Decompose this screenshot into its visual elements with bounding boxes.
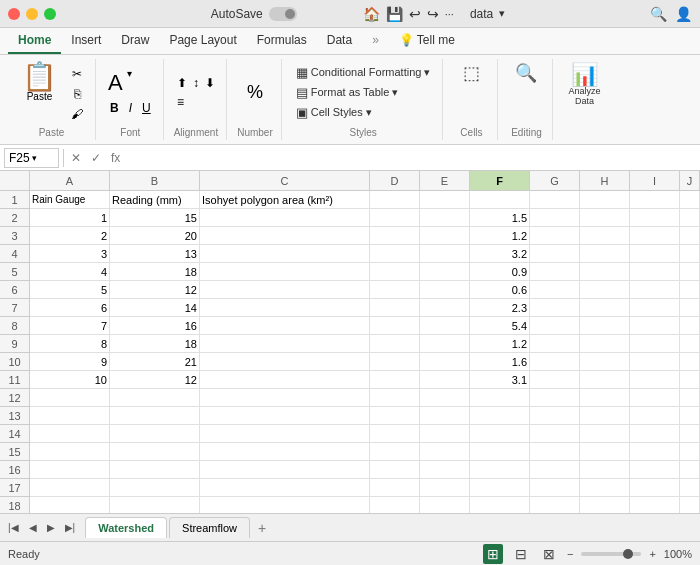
cell-E13[interactable] <box>420 407 470 425</box>
cancel-formula-button[interactable]: ✕ <box>68 151 84 165</box>
tab-draw[interactable]: Draw <box>111 28 159 54</box>
cell-J16[interactable] <box>680 461 700 479</box>
cell-D9[interactable] <box>370 335 420 353</box>
cell-H16[interactable] <box>580 461 630 479</box>
row-header-11[interactable]: 11 <box>0 371 30 389</box>
cell-F10[interactable]: 1.6 <box>470 353 530 371</box>
cell-B16[interactable] <box>110 461 200 479</box>
cell-I3[interactable] <box>630 227 680 245</box>
cell-A9[interactable]: 8 <box>30 335 110 353</box>
cell-B13[interactable] <box>110 407 200 425</box>
row-header-13[interactable]: 13 <box>0 407 30 425</box>
cell-D14[interactable] <box>370 425 420 443</box>
cell-F13[interactable] <box>470 407 530 425</box>
row-header-1[interactable]: 1 <box>0 191 30 209</box>
zoom-in-button[interactable]: + <box>649 548 655 560</box>
maximize-button[interactable] <box>44 8 56 20</box>
cell-D6[interactable] <box>370 281 420 299</box>
cell-I9[interactable] <box>630 335 680 353</box>
row-header-6[interactable]: 6 <box>0 281 30 299</box>
add-sheet-button[interactable]: + <box>252 518 272 538</box>
row-header-5[interactable]: 5 <box>0 263 30 281</box>
col-header-D[interactable]: D <box>370 171 420 191</box>
cell-J18[interactable] <box>680 497 700 513</box>
cell-reference-box[interactable]: F25 ▾ <box>4 148 59 168</box>
cell-G15[interactable] <box>530 443 580 461</box>
cell-F9[interactable]: 1.2 <box>470 335 530 353</box>
cell-D17[interactable] <box>370 479 420 497</box>
cell-E6[interactable] <box>420 281 470 299</box>
row-header-10[interactable]: 10 <box>0 353 30 371</box>
cell-C5[interactable] <box>200 263 370 281</box>
cell-G9[interactable] <box>530 335 580 353</box>
cell-A11[interactable]: 10 <box>30 371 110 389</box>
row-header-7[interactable]: 7 <box>0 299 30 317</box>
sheet-nav-first[interactable]: |◀ <box>4 520 23 535</box>
col-header-F[interactable]: F <box>470 171 530 191</box>
cell-A12[interactable] <box>30 389 110 407</box>
cell-A2[interactable]: 1 <box>30 209 110 227</box>
cell-H12[interactable] <box>580 389 630 407</box>
toolbar-icon-redo[interactable]: ↪ <box>427 6 439 22</box>
cell-F12[interactable] <box>470 389 530 407</box>
bold-button[interactable]: B <box>106 99 123 117</box>
cell-J12[interactable] <box>680 389 700 407</box>
cell-E5[interactable] <box>420 263 470 281</box>
cell-F3[interactable]: 1.2 <box>470 227 530 245</box>
row-header-3[interactable]: 3 <box>0 227 30 245</box>
sheet-tab-watershed[interactable]: Watershed <box>85 517 167 538</box>
copy-button[interactable]: ⎘ <box>67 85 87 103</box>
tab-data[interactable]: Data <box>317 28 362 54</box>
cell-H8[interactable] <box>580 317 630 335</box>
cell-E15[interactable] <box>420 443 470 461</box>
cell-G13[interactable] <box>530 407 580 425</box>
cell-I10[interactable] <box>630 353 680 371</box>
row-header-17[interactable]: 17 <box>0 479 30 497</box>
cell-A5[interactable]: 4 <box>30 263 110 281</box>
cell-C13[interactable] <box>200 407 370 425</box>
row-header-9[interactable]: 9 <box>0 335 30 353</box>
insert-function-button[interactable]: fx <box>108 151 123 165</box>
cell-H5[interactable] <box>580 263 630 281</box>
sheet-nav-next[interactable]: ▶ <box>43 520 59 535</box>
cell-F7[interactable]: 2.3 <box>470 299 530 317</box>
format-as-table-button[interactable]: ▤ Format as Table ▾ <box>292 83 435 102</box>
cell-B15[interactable] <box>110 443 200 461</box>
cell-J9[interactable] <box>680 335 700 353</box>
cell-E18[interactable] <box>420 497 470 513</box>
cell-A13[interactable] <box>30 407 110 425</box>
cell-E12[interactable] <box>420 389 470 407</box>
cell-B12[interactable] <box>110 389 200 407</box>
cell-A18[interactable] <box>30 497 110 513</box>
cell-J17[interactable] <box>680 479 700 497</box>
cell-A3[interactable]: 2 <box>30 227 110 245</box>
cell-H9[interactable] <box>580 335 630 353</box>
cell-D18[interactable] <box>370 497 420 513</box>
cell-G10[interactable] <box>530 353 580 371</box>
tab-insert[interactable]: Insert <box>61 28 111 54</box>
cell-E4[interactable] <box>420 245 470 263</box>
cell-F8[interactable]: 5.4 <box>470 317 530 335</box>
cut-button[interactable]: ✂ <box>67 65 87 83</box>
format-painter-button[interactable]: 🖌 <box>67 105 87 123</box>
col-header-H[interactable]: H <box>580 171 630 191</box>
cell-I1[interactable] <box>630 191 680 209</box>
cell-D11[interactable] <box>370 371 420 389</box>
cell-J10[interactable] <box>680 353 700 371</box>
cell-H14[interactable] <box>580 425 630 443</box>
cell-J5[interactable] <box>680 263 700 281</box>
tab-page-layout[interactable]: Page Layout <box>159 28 246 54</box>
cell-A7[interactable]: 6 <box>30 299 110 317</box>
cell-J8[interactable] <box>680 317 700 335</box>
cell-F18[interactable] <box>470 497 530 513</box>
cell-E14[interactable] <box>420 425 470 443</box>
cell-E3[interactable] <box>420 227 470 245</box>
cell-C3[interactable] <box>200 227 370 245</box>
cell-F6[interactable]: 0.6 <box>470 281 530 299</box>
align-bottom-icon[interactable]: ⬇ <box>203 74 217 92</box>
cell-E11[interactable] <box>420 371 470 389</box>
row-header-15[interactable]: 15 <box>0 443 30 461</box>
cell-G1[interactable] <box>530 191 580 209</box>
cell-G8[interactable] <box>530 317 580 335</box>
cell-C4[interactable] <box>200 245 370 263</box>
